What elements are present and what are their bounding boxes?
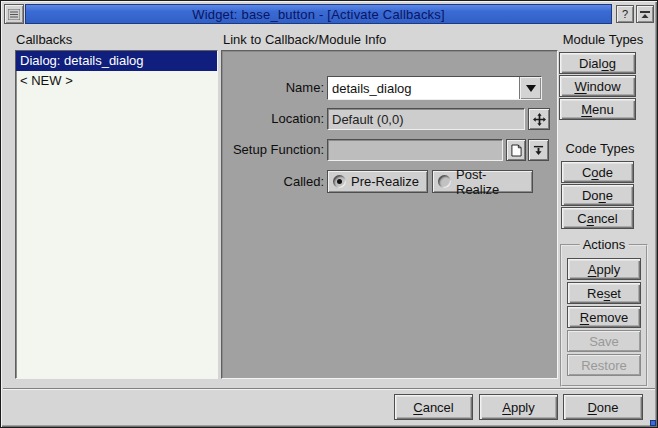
- name-combo: [327, 76, 542, 100]
- window-title: Widget: base_button - [Activate Callback…: [192, 7, 445, 22]
- module-type-menu-button[interactable]: Menu: [559, 98, 636, 120]
- name-dropdown-button[interactable]: [519, 77, 541, 99]
- info-panel-label: Link to Callback/Module Info: [223, 32, 386, 47]
- dialog-window: Widget: base_button - [Activate Callback…: [0, 0, 658, 428]
- title-strip[interactable]: Widget: base_button - [Activate Callback…: [25, 4, 612, 24]
- list-item[interactable]: Dialog: details_dialog: [16, 51, 217, 71]
- info-panel: Name: Location: Default (0,0) Setup Func…: [221, 50, 558, 379]
- name-label: Name:: [224, 80, 324, 95]
- code-type-done-button[interactable]: Done: [561, 184, 634, 206]
- module-types-label: Module Types: [557, 32, 649, 47]
- new-code-button[interactable]: [506, 139, 526, 161]
- location-move-button[interactable]: [528, 108, 550, 130]
- shade-button[interactable]: [636, 5, 654, 23]
- action-remove-button[interactable]: Remove: [567, 306, 641, 328]
- radio-label: Pre-Realize: [351, 174, 419, 189]
- actions-group: Actions Apply Reset Remove Save Restore: [560, 244, 648, 387]
- window-menu-button[interactable]: [4, 4, 24, 24]
- action-save-button[interactable]: Save: [567, 330, 641, 352]
- module-type-dialog-button[interactable]: Dialog: [559, 52, 636, 74]
- code-type-code-button[interactable]: Code: [561, 161, 634, 183]
- code-type-cancel-button[interactable]: Cancel: [561, 207, 634, 229]
- callbacks-label: Callbacks: [16, 32, 72, 47]
- help-button[interactable]: ?: [616, 5, 634, 23]
- down-arrow-bar-icon: [533, 145, 544, 156]
- radio-unselected-icon: [438, 175, 451, 188]
- location-label: Location:: [224, 111, 324, 126]
- setup-function-label: Setup Function:: [224, 142, 324, 157]
- insert-function-button[interactable]: [528, 139, 549, 161]
- action-restore-button[interactable]: Restore: [567, 354, 641, 376]
- radio-post-realize[interactable]: Post-Realize: [432, 170, 533, 193]
- module-type-window-button[interactable]: Window: [559, 75, 636, 97]
- document-icon: [511, 144, 522, 157]
- chevron-down-icon: [526, 85, 536, 92]
- help-icon: ?: [622, 8, 628, 20]
- shade-icon: [640, 10, 650, 19]
- radio-selected-icon: [333, 175, 346, 188]
- list-item[interactable]: < NEW >: [16, 71, 217, 91]
- location-field[interactable]: Default (0,0): [327, 108, 525, 130]
- actions-label: Actions: [580, 237, 629, 252]
- radio-label: Post-Realize: [456, 167, 527, 197]
- titlebar-buttons: ?: [612, 4, 654, 24]
- radio-pre-realize[interactable]: Pre-Realize: [327, 170, 428, 193]
- footer-done-button[interactable]: Done: [563, 394, 643, 420]
- callbacks-list: Dialog: details_dialog < NEW >: [15, 50, 218, 379]
- move-icon: [533, 113, 546, 126]
- footer-apply-button[interactable]: Apply: [479, 394, 558, 420]
- setup-function-field: [327, 139, 503, 161]
- called-label: Called:: [224, 174, 324, 189]
- code-types-label: Code Types: [554, 141, 646, 156]
- name-input[interactable]: [328, 77, 519, 99]
- action-apply-button[interactable]: Apply: [567, 258, 641, 280]
- footer-separator: [3, 388, 655, 390]
- setup-function-input[interactable]: [332, 142, 498, 159]
- resize-grip[interactable]: [650, 420, 656, 426]
- action-reset-button[interactable]: Reset: [567, 282, 641, 304]
- titlebar: Widget: base_button - [Activate Callback…: [4, 4, 654, 24]
- menu-icon: [8, 9, 20, 20]
- footer-cancel-button[interactable]: Cancel: [394, 394, 473, 420]
